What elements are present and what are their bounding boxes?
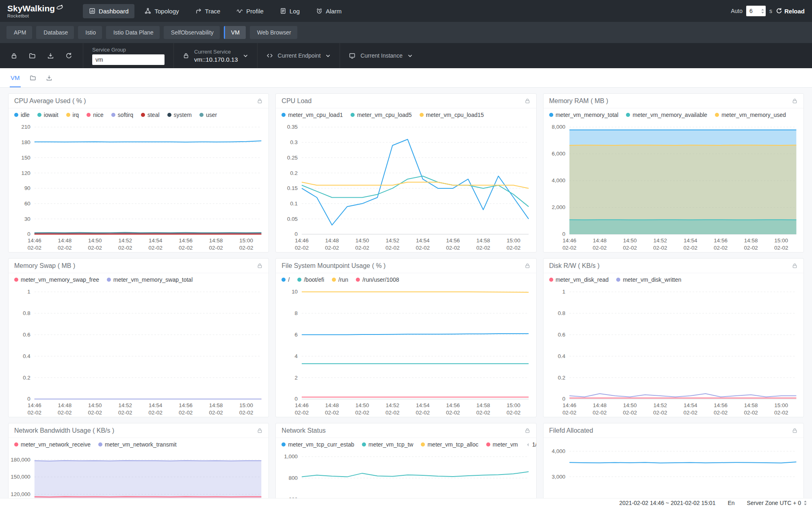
legend-item[interactable]: user xyxy=(199,112,217,118)
legend-item[interactable]: meter_vm_network_receive xyxy=(14,441,91,448)
legend-item[interactable]: meter_vm_memory_used xyxy=(715,112,786,118)
lock-icon[interactable] xyxy=(524,98,531,104)
current-service-value: vm::10.170.0.13 xyxy=(194,56,238,63)
nav-item-alarm[interactable]: Alarm xyxy=(310,4,348,18)
service-group-input[interactable] xyxy=(92,54,165,65)
legend-item[interactable]: irq xyxy=(66,112,79,118)
dashboard-tab-vm[interactable]: VM xyxy=(224,26,246,39)
svg-text:02-02: 02-02 xyxy=(179,245,193,251)
legend-label: meter_vm_disk_read xyxy=(556,276,609,283)
svg-text:0: 0 xyxy=(27,396,30,402)
skywalking-logo[interactable]: SkyWalking Rocketbot xyxy=(7,4,63,18)
legend-item[interactable]: / xyxy=(281,276,290,283)
reload-button[interactable]: Reload xyxy=(776,8,805,15)
legend-label: idle xyxy=(21,112,30,118)
legend-item[interactable]: meter_vm_memory_swap_free xyxy=(14,276,99,283)
current-service-label: Current Service xyxy=(194,49,238,55)
legend-dot xyxy=(66,113,70,117)
legend-label: meter_vm xyxy=(493,441,518,448)
folder-icon[interactable] xyxy=(30,75,36,81)
server-zone-control[interactable]: Server Zone UTC + 0 xyxy=(747,500,807,506)
nav-item-profile[interactable]: Profile xyxy=(230,4,270,18)
dashboard-tab-apm[interactable]: APM xyxy=(6,26,32,39)
legend-item[interactable]: /run xyxy=(332,276,348,283)
svg-text:120,000: 120,000 xyxy=(11,491,30,497)
current-service-selector[interactable]: Current Service vm::10.170.0.13 xyxy=(173,43,257,68)
svg-text:14:46: 14:46 xyxy=(295,237,309,244)
svg-text:4,000: 4,000 xyxy=(552,448,565,454)
refresh-icon[interactable] xyxy=(65,52,72,59)
nav-item-dashboard[interactable]: Dashboard xyxy=(83,4,134,18)
legend-item[interactable]: meter_vm_tcp_tw xyxy=(362,441,413,448)
svg-text:1: 1 xyxy=(562,289,565,295)
panel-title: Memory RAM ( MB ) xyxy=(549,97,608,105)
nav-item-log[interactable]: Log xyxy=(274,4,306,18)
legend-item[interactable]: meter_vm_cpu_load1 xyxy=(281,112,343,118)
svg-text:10: 10 xyxy=(292,289,298,295)
folder-icon[interactable] xyxy=(29,52,36,59)
caret-left-icon[interactable] xyxy=(526,442,530,447)
legend-item[interactable]: meter_vm_cpu_load15 xyxy=(420,112,484,118)
svg-text:15:00: 15:00 xyxy=(507,237,521,244)
legend-item[interactable]: meter_vm_memory_total xyxy=(549,112,619,118)
legend-item[interactable]: meter_vm_network_transmit xyxy=(98,441,177,448)
svg-text:02-02: 02-02 xyxy=(239,245,253,251)
legend-item[interactable]: steal xyxy=(141,112,160,118)
legend-item[interactable]: /run/user/1008 xyxy=(356,276,399,283)
legend-label: meter_vm_network_receive xyxy=(21,441,91,448)
dashboard-tab-istio[interactable]: Istio xyxy=(78,26,102,39)
svg-text:8: 8 xyxy=(295,310,298,316)
legend-item[interactable]: meter_vm_disk_read xyxy=(549,276,609,283)
nav-item-trace[interactable]: Trace xyxy=(189,4,227,18)
legend-item[interactable]: meter_vm_tcp_curr_estab xyxy=(281,441,354,448)
tab-vm[interactable]: VM xyxy=(11,68,20,87)
lock-icon[interactable] xyxy=(257,427,263,434)
stepper-icon[interactable] xyxy=(761,8,764,14)
legend-item[interactable]: meter_vm_tcp_alloc xyxy=(421,441,478,448)
import-icon[interactable] xyxy=(47,52,54,59)
logo-text: SkyWalking xyxy=(7,4,55,13)
language-selector[interactable]: En xyxy=(728,500,734,506)
lock-icon[interactable] xyxy=(792,427,798,434)
dashboard-tab-web-browser[interactable]: Web Browser xyxy=(250,26,297,39)
lock-icon[interactable] xyxy=(524,263,531,269)
dashboard-tab-selfobservability[interactable]: SelfObservability xyxy=(164,26,220,39)
legend-item[interactable]: meter_vm_cpu_load5 xyxy=(351,112,412,118)
legend-item[interactable]: /boot/efi xyxy=(297,276,324,283)
legend-item[interactable]: meter_vm_disk_written xyxy=(616,276,681,283)
svg-text:14:56: 14:56 xyxy=(714,237,728,244)
chart-canvas: 210180150120906030014:4602-0214:4802-021… xyxy=(9,119,269,252)
current-instance-selector[interactable]: Current Instance xyxy=(340,43,422,68)
legend-item[interactable]: meter_vm_memory_swap_total xyxy=(107,276,193,283)
dashboard-tab-istio-data-plane[interactable]: Istio Data Plane xyxy=(106,26,160,39)
svg-text:02-02: 02-02 xyxy=(149,410,162,416)
chart-panel-file-system-mountpoint-usage: File System Mountpoint Usage ( % )//boot… xyxy=(275,258,536,417)
svg-text:02-02: 02-02 xyxy=(88,410,102,416)
legend-item[interactable]: system xyxy=(167,112,192,118)
legend-item[interactable]: iowait xyxy=(37,112,58,118)
legend-item[interactable]: meter_vm_memory_available xyxy=(626,112,707,118)
download-icon[interactable] xyxy=(46,75,52,81)
time-range-picker[interactable]: 2021-02-02 14:46 ~ 2021-02-02 15:01 xyxy=(619,500,715,506)
svg-text:0.8: 0.8 xyxy=(558,310,565,316)
svg-text:14:48: 14:48 xyxy=(325,402,339,408)
current-endpoint-selector[interactable]: Current Endpoint xyxy=(257,43,340,68)
stepper-icon[interactable] xyxy=(803,500,807,506)
legend-item[interactable]: meter_vm xyxy=(486,441,518,448)
lock-icon[interactable] xyxy=(792,263,798,269)
legend-item[interactable]: idle xyxy=(14,112,30,118)
svg-text:02-02: 02-02 xyxy=(562,410,576,416)
chart-canvas: 4,0003,0002,00014:4602-0214:4802-0214:50… xyxy=(543,438,803,507)
lock-icon[interactable] xyxy=(792,98,798,104)
nav-item-topology[interactable]: Topology xyxy=(139,4,185,18)
lock-icon[interactable] xyxy=(257,98,263,104)
lock-icon[interactable] xyxy=(524,427,531,434)
legend-item[interactable]: softirq xyxy=(111,112,133,118)
auto-interval-input[interactable]: 6 xyxy=(746,6,766,16)
legend-item[interactable]: nice xyxy=(87,112,104,118)
lock-icon[interactable] xyxy=(257,263,263,269)
svg-text:15:00: 15:00 xyxy=(507,402,521,408)
svg-text:02-02: 02-02 xyxy=(623,410,637,416)
dashboard-tab-database[interactable]: Database xyxy=(36,26,74,39)
lock-icon[interactable] xyxy=(11,52,17,59)
